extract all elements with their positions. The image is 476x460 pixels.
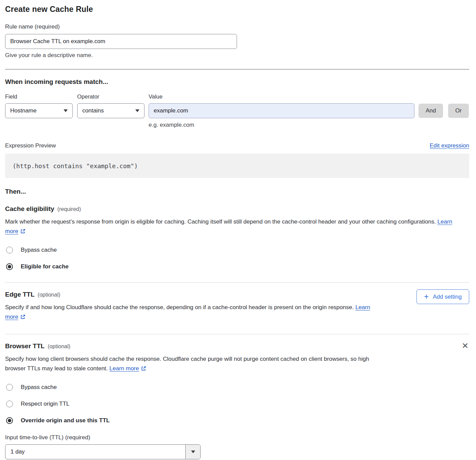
- field-select-value: Hostname: [10, 107, 36, 114]
- browser-ttl-description-text: Specify how long client browsers should …: [5, 356, 369, 372]
- rule-name-value: Browser Cache TTL on example.com: [10, 38, 105, 45]
- browser-ttl-title: Browser TTL: [5, 342, 45, 350]
- cache-eligibility-description-text: Mark whether the request’s response from…: [5, 218, 436, 225]
- page-title: Create new Cache Rule: [5, 5, 469, 14]
- edge-ttl-title: Edge TTL: [5, 291, 35, 298]
- field-label: Field: [5, 93, 77, 100]
- edge-ttl-heading: Edge TTL (optional): [5, 291, 379, 298]
- add-setting-button[interactable]: + Add setting: [417, 289, 469, 304]
- section-divider: [5, 282, 469, 283]
- operator-select[interactable]: contains: [77, 103, 144, 118]
- operator-label: Operator: [77, 93, 149, 100]
- browser-ttl-heading: Browser TTL (optional): [5, 342, 376, 350]
- chevron-down-icon: [64, 109, 68, 112]
- or-button[interactable]: Or: [448, 104, 469, 118]
- then-heading: Then...: [5, 188, 469, 195]
- radio-label: Respect origin TTL: [21, 401, 69, 407]
- external-link-icon: [20, 227, 26, 237]
- ttl-select[interactable]: 1 day: [5, 444, 201, 459]
- radio-circle[interactable]: [6, 247, 13, 253]
- learn-more-link[interactable]: Learn more: [109, 365, 139, 372]
- radio-label: Eligible for cache: [21, 263, 69, 270]
- browser-ttl-text-col: Browser TTL (optional) Specify how long …: [5, 342, 376, 374]
- value-input[interactable]: example.com: [149, 103, 414, 118]
- edge-ttl-text-col: Edge TTL (optional) Specify if and how l…: [5, 291, 379, 322]
- external-link-icon: [141, 365, 146, 374]
- radio-eligible-for-cache[interactable]: Eligible for cache: [5, 263, 469, 270]
- browser-ttl-description: Specify how long client browsers should …: [5, 354, 376, 374]
- field-select[interactable]: Hostname: [5, 103, 73, 118]
- rule-name-help: Give your rule a descriptive name.: [5, 52, 469, 59]
- add-setting-label: Add setting: [433, 294, 462, 300]
- section-divider: [5, 69, 469, 70]
- expression-code: (http.host contains "example.com"): [13, 162, 138, 170]
- radio-label: Bypass cache: [21, 384, 57, 391]
- match-controls-row: Hostname contains example.com And Or: [5, 103, 469, 118]
- expression-preview-label: Expression Preview: [5, 142, 56, 149]
- radio-label: Override origin and use this TTL: [21, 417, 110, 424]
- expression-preview-row: Expression Preview Edit expression: [5, 142, 469, 149]
- close-icon[interactable]: ✕: [462, 342, 469, 350]
- radio-browser-bypass-cache[interactable]: Bypass cache: [5, 384, 469, 391]
- external-link-icon: [20, 313, 26, 322]
- match-labels-row: Field Operator Value: [5, 93, 469, 100]
- value-label: Value: [149, 93, 163, 100]
- radio-circle[interactable]: [6, 401, 13, 407]
- value-help: e.g. example.com: [149, 122, 469, 128]
- edge-ttl-description: Specify if and how long Cloudflare shoul…: [5, 303, 379, 322]
- value-input-value: example.com: [154, 107, 188, 114]
- cache-eligibility-description: Mark whether the request’s response from…: [5, 217, 462, 237]
- and-button[interactable]: And: [419, 104, 443, 118]
- operator-select-value: contains: [82, 107, 104, 114]
- chevron-down-icon: [191, 450, 195, 453]
- rule-name-input[interactable]: Browser Cache TTL on example.com: [5, 34, 237, 49]
- browser-ttl-header: Browser TTL (optional) Specify how long …: [5, 342, 469, 374]
- chevron-down-icon: [135, 109, 139, 112]
- section-divider: [5, 334, 469, 334]
- cache-eligibility-heading: Cache eligibility (required): [5, 205, 469, 213]
- edge-ttl-optional: (optional): [38, 292, 61, 298]
- edge-ttl-description-text: Specify if and how long Cloudflare shoul…: [5, 304, 354, 311]
- ttl-select-arrow[interactable]: [185, 445, 200, 459]
- radio-override-origin-ttl[interactable]: Override origin and use this TTL: [5, 417, 469, 424]
- radio-bypass-cache[interactable]: Bypass cache: [5, 247, 469, 253]
- ttl-select-value: 1 day: [5, 445, 185, 459]
- ttl-input-label: Input time-to-live (TTL) (required): [5, 434, 469, 441]
- edit-expression-link[interactable]: Edit expression: [430, 142, 469, 149]
- radio-respect-origin-ttl[interactable]: Respect origin TTL: [5, 401, 469, 407]
- edge-ttl-header: Edge TTL (optional) Specify if and how l…: [5, 291, 469, 322]
- expression-code-block: (http.host contains "example.com"): [5, 154, 469, 178]
- browser-ttl-optional: (optional): [48, 343, 70, 350]
- radio-circle[interactable]: [6, 384, 13, 391]
- plus-icon: +: [424, 293, 429, 301]
- match-heading: When incoming requests match...: [5, 78, 469, 86]
- rule-name-label: Rule name (required): [5, 23, 469, 30]
- radio-circle-checked[interactable]: [6, 263, 13, 270]
- cache-eligibility-required: (required): [57, 206, 81, 212]
- radio-label: Bypass cache: [21, 247, 57, 253]
- cache-eligibility-title: Cache eligibility: [5, 205, 54, 213]
- create-cache-rule-form: Create new Cache Rule Rule name (require…: [0, 0, 476, 459]
- radio-circle-checked[interactable]: [6, 417, 13, 424]
